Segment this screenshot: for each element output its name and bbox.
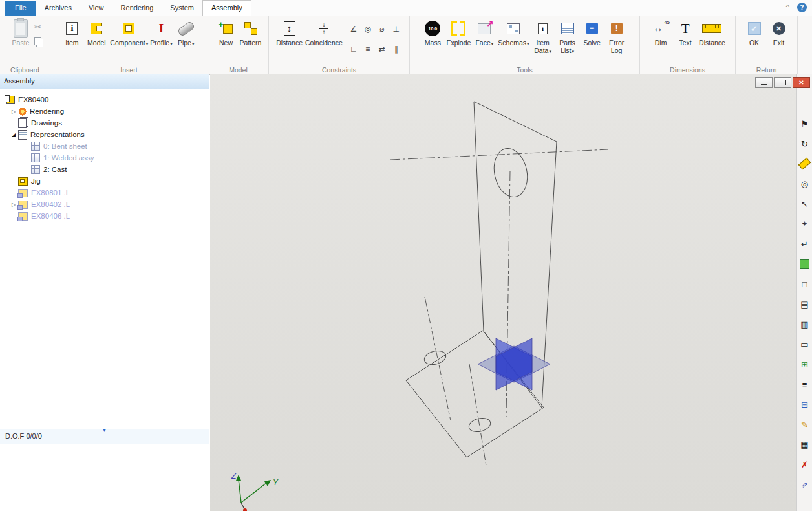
- tree-item-representations[interactable]: ◢ Representations: [0, 129, 209, 140]
- error-log-icon: !: [611, 23, 623, 34]
- arrow-down: ↓: [322, 22, 325, 27]
- notes-icon[interactable]: ≡: [798, 378, 811, 391]
- coincidence-button[interactable]: ↓↑ Coincidence: [304, 17, 344, 63]
- tree-item-jig[interactable]: Jig: [0, 175, 209, 187]
- error-log-button[interactable]: ! Error Log: [604, 17, 629, 63]
- box-columns-icon[interactable]: ▥: [798, 318, 811, 331]
- explode-label: Explode: [446, 39, 471, 47]
- snap-target-icon[interactable]: ◎: [798, 177, 811, 190]
- tree-item-rendering[interactable]: ▷ Rendering: [0, 105, 209, 117]
- mass-label: Mass: [425, 39, 441, 47]
- explode-button[interactable]: Explode: [445, 17, 472, 63]
- tree-item-ex80801[interactable]: EX80801 .L: [0, 187, 209, 199]
- tree-item-rep-welded-assy[interactable]: 1: Welded assy: [0, 152, 209, 164]
- dim-button[interactable]: ↔45 Dim: [648, 17, 673, 63]
- tree-item-drawings[interactable]: Drawings: [0, 117, 209, 129]
- pin-icon[interactable]: ⚑: [798, 117, 811, 130]
- model-button[interactable]: Model: [84, 17, 109, 63]
- concentric-constraint-icon[interactable]: ◎: [365, 25, 371, 34]
- tab-archives[interactable]: Archives: [36, 1, 80, 16]
- pipe-button[interactable]: Pipe▾: [174, 17, 198, 63]
- rotate-view-icon[interactable]: ↻: [798, 137, 811, 150]
- base-hole-left[interactable]: [423, 349, 447, 367]
- diameter-constraint-icon[interactable]: ⌀: [379, 25, 384, 34]
- planar-constraint-icon[interactable]: ≡: [365, 45, 370, 54]
- target-icon[interactable]: ⌖: [798, 217, 811, 230]
- representation-icon: [31, 153, 40, 162]
- jig-icon: [18, 177, 28, 186]
- delete-icon[interactable]: ✗: [798, 458, 811, 471]
- parallel-constraint-icon[interactable]: ∥: [394, 45, 398, 54]
- panel-title: Assembly: [0, 74, 209, 89]
- tree-item-rep-bent-sheet[interactable]: 0: Bent sheet: [0, 140, 209, 152]
- tab-view[interactable]: View: [80, 1, 112, 16]
- perpendicular-constraint-icon[interactable]: ⊥: [393, 25, 400, 34]
- cursor-icon[interactable]: ↖: [798, 197, 811, 210]
- mass-button[interactable]: 10.0 Mass: [420, 17, 445, 63]
- chevron-right-icon[interactable]: ▷: [9, 202, 18, 208]
- 3d-viewport[interactable]: Z Y: [210, 74, 796, 511]
- profile-button[interactable]: I Profile▾: [149, 17, 173, 63]
- ok-button[interactable]: ✓ OK: [742, 17, 767, 63]
- parts-list-button[interactable]: Parts List▾: [555, 17, 580, 63]
- ribbon-group-constraints: ↕ Distance ↓↑ Coincidence ∠ ◎ ⌀ ⊥ ∟ ≡ ⇄ …: [269, 16, 410, 74]
- printer-icon[interactable]: ▦: [798, 438, 811, 451]
- copy-button[interactable]: [34, 37, 41, 45]
- item-data-button[interactable]: i Item Data▾: [531, 17, 555, 63]
- centerline-hole-left[interactable]: [425, 297, 451, 420]
- component-button[interactable]: Component▾: [109, 17, 149, 63]
- tab-system[interactable]: System: [162, 1, 202, 16]
- box-lines-icon[interactable]: ▤: [798, 298, 811, 310]
- help-icon[interactable]: ?: [797, 3, 807, 12]
- z-axis-label: Z: [231, 472, 237, 481]
- pencil-icon[interactable]: ✎: [798, 418, 811, 431]
- schemas-button[interactable]: Schemas▾: [497, 17, 530, 63]
- close-button[interactable]: ✕: [793, 77, 810, 88]
- chevron-right-icon[interactable]: ▷: [9, 109, 18, 114]
- box-icon[interactable]: □: [798, 277, 811, 290]
- restore-button[interactable]: [774, 77, 791, 88]
- tree-item-ex80402[interactable]: ▷ EX80402 .L: [0, 199, 209, 210]
- ruler-shape: [798, 158, 811, 170]
- swap-constraint-icon[interactable]: ⇄: [379, 45, 385, 54]
- ruler-icon[interactable]: [798, 157, 811, 170]
- right-angle-constraint-icon[interactable]: ∟: [350, 45, 358, 54]
- cylinder-icon[interactable]: ▭: [798, 338, 811, 351]
- solve-button[interactable]: ≡ Solve: [580, 17, 604, 63]
- clipboard-icon[interactable]: ⊟: [798, 398, 811, 411]
- cut-button[interactable]: ✂: [34, 22, 41, 32]
- minimize-icon: [761, 84, 767, 85]
- new-button[interactable]: New: [214, 17, 239, 63]
- exit-button[interactable]: ✕ Exit: [767, 17, 791, 63]
- face-button[interactable]: ↗ Face▾: [472, 17, 497, 63]
- arrow-up: ↑: [322, 30, 325, 35]
- item-button[interactable]: i Item: [59, 17, 84, 63]
- tab-assembly[interactable]: Assembly: [202, 0, 251, 16]
- component-label: Component: [110, 39, 145, 47]
- pattern-button[interactable]: Pattern: [239, 17, 263, 63]
- explode-icon: [451, 21, 465, 36]
- board-icon[interactable]: [798, 257, 811, 270]
- tab-rendering[interactable]: Rendering: [112, 1, 162, 16]
- transform-icon[interactable]: ⇗: [798, 478, 811, 491]
- paste-button[interactable]: Paste: [8, 17, 33, 63]
- splitter-handle-icon[interactable]: ▾: [103, 424, 106, 437]
- return-arrow-icon[interactable]: ↵: [798, 237, 811, 250]
- part-geometry: [390, 102, 608, 466]
- tab-file[interactable]: File: [5, 1, 36, 16]
- collapse-ribbon-icon[interactable]: ^: [786, 2, 789, 12]
- face-label: Face: [475, 39, 490, 47]
- dim-distance-button[interactable]: Distance: [698, 17, 727, 63]
- insert-box-icon[interactable]: ⊞: [798, 358, 811, 371]
- constraint-distance-button[interactable]: ↕ Distance: [275, 17, 304, 63]
- tree-item-ex80406[interactable]: EX80406 .L: [0, 210, 209, 222]
- minimize-button[interactable]: [755, 77, 773, 88]
- angle-constraint-icon[interactable]: ∠: [350, 25, 357, 34]
- chevron-expanded-icon[interactable]: ◢: [9, 132, 18, 138]
- assembly-tree: EX80400 ▷ Rendering Drawings ◢ Represent…: [0, 89, 209, 430]
- tree-item-rep-cast[interactable]: 2: Cast: [0, 164, 209, 175]
- centerline-horizontal[interactable]: [390, 149, 608, 160]
- 3d-scene[interactable]: Z Y: [210, 74, 796, 511]
- text-button[interactable]: T Text: [673, 17, 698, 63]
- tree-item-root[interactable]: EX80400: [0, 94, 209, 105]
